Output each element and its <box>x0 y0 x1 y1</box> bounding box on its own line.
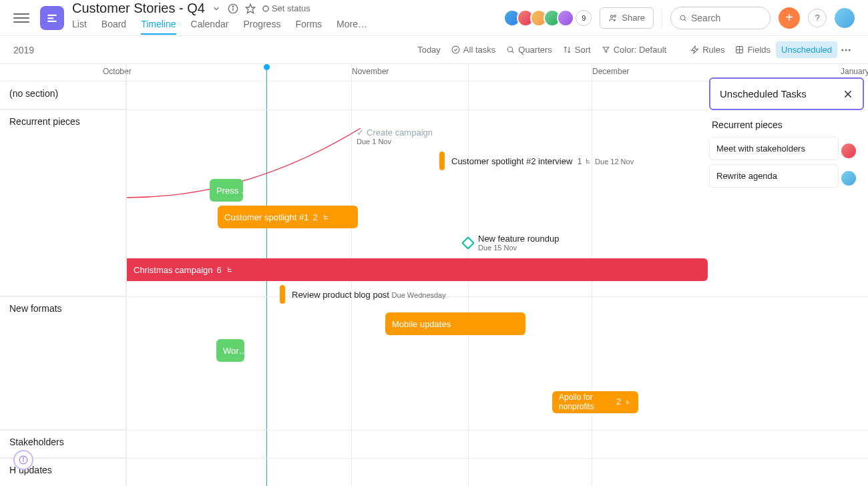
fields-button[interactable]: Fields <box>730 41 776 58</box>
panel-header: Unscheduled Tasks <box>709 77 864 110</box>
svg-point-9 <box>614 15 616 17</box>
subtask-icon <box>584 158 592 166</box>
today-button[interactable]: Today <box>412 41 446 58</box>
project-members[interactable]: 9 <box>507 9 592 27</box>
section-recurrent[interactable]: Recurrent pieces <box>0 109 127 296</box>
svg-point-8 <box>611 15 614 17</box>
more-actions-icon[interactable] <box>837 41 855 59</box>
svg-point-10 <box>680 15 685 20</box>
task-christmas[interactable]: Christmas campaign 6 <box>127 258 708 281</box>
project-title[interactable]: Customer Stories - Q4 <box>72 1 205 16</box>
section-newformats[interactable]: New formats <box>0 296 127 430</box>
today-dot <box>264 64 270 70</box>
svg-point-21 <box>849 49 851 51</box>
color-button[interactable]: Color: Default <box>596 41 672 58</box>
task-roundup[interactable]: New feature roundup Due 15 Nov <box>463 234 559 252</box>
dependency-line <box>127 128 364 202</box>
rules-button[interactable]: Rules <box>685 41 730 58</box>
help-button[interactable]: ? <box>808 9 827 27</box>
grid-icon <box>735 45 744 54</box>
task-review-blog[interactable]: Review product blog post Due Wednesday <box>280 285 446 304</box>
svg-rect-2 <box>47 20 57 21</box>
avatar-overflow-count[interactable]: 9 <box>576 10 592 26</box>
unscheduled-button[interactable]: Unscheduled <box>776 41 837 58</box>
chevron-down-icon[interactable] <box>212 4 221 13</box>
tab-calendar[interactable]: Calendar <box>191 19 229 35</box>
search-input[interactable] <box>691 13 762 23</box>
svg-rect-0 <box>47 14 57 15</box>
search-box[interactable] <box>670 7 771 29</box>
check-circle-icon <box>451 45 460 54</box>
timeline-toolbar: 2019 Today All tasks Quarters Sort Color… <box>0 36 868 64</box>
divider <box>662 9 662 27</box>
svg-rect-1 <box>47 17 53 19</box>
task-wor[interactable]: Wor… <box>216 339 244 362</box>
task-press[interactable]: Press … <box>210 179 243 202</box>
tab-list[interactable]: List <box>72 19 87 35</box>
tab-more[interactable]: More… <box>337 19 367 35</box>
svg-line-11 <box>684 19 686 20</box>
star-icon[interactable] <box>245 3 256 14</box>
search-icon <box>679 13 687 23</box>
lightning-icon <box>690 45 699 54</box>
zoom-button[interactable]: Quarters <box>501 41 558 58</box>
project-tabs: List Board Timeline Calendar Progress Fo… <box>72 19 507 35</box>
svg-line-14 <box>512 51 514 53</box>
year-label: 2019 <box>13 45 34 55</box>
svg-marker-15 <box>692 46 698 53</box>
unscheduled-task[interactable]: Meet with stakeholders <box>709 137 839 160</box>
section-column: (no section) Recurrent pieces New format… <box>0 81 127 486</box>
set-status-button[interactable]: Set status <box>262 3 310 13</box>
unscheduled-panel: Unscheduled Tasks Recurrent pieces Meet … <box>709 77 864 192</box>
sort-icon <box>563 45 572 54</box>
people-icon <box>608 13 618 23</box>
month-label: December <box>592 67 629 76</box>
task-pill <box>280 285 285 304</box>
info-bubble[interactable] <box>13 450 33 470</box>
tab-progress[interactable]: Progress <box>243 19 280 35</box>
task-apollo[interactable]: Apollo for nonprofits 2 <box>552 391 638 413</box>
task-pill <box>439 152 445 170</box>
panel-title: Unscheduled Tasks <box>720 88 807 99</box>
section-none[interactable]: (no section) <box>0 81 127 109</box>
task-spotlight-2[interactable]: Customer spotlight #2 interview 1 Due 12… <box>439 152 634 170</box>
subtask-icon <box>625 398 632 407</box>
top-right-controls: 9 Share + ? <box>507 7 855 29</box>
unscheduled-task[interactable]: Rewrite agenda <box>709 164 839 188</box>
month-label: November <box>352 67 389 76</box>
check-icon: ✓ <box>357 128 364 138</box>
user-avatar[interactable] <box>835 8 855 28</box>
menu-icon[interactable] <box>13 10 29 26</box>
all-tasks-button[interactable]: All tasks <box>446 41 501 58</box>
tab-board[interactable]: Board <box>101 19 126 35</box>
search-icon <box>506 45 515 54</box>
info-icon[interactable] <box>228 3 238 14</box>
avatar[interactable] <box>841 171 856 186</box>
close-icon[interactable] <box>843 89 853 99</box>
svg-point-26 <box>23 458 23 459</box>
month-label: January <box>841 67 868 76</box>
svg-point-7 <box>263 6 268 11</box>
share-label: Share <box>622 13 645 23</box>
share-button[interactable]: Share <box>600 7 654 29</box>
avatar[interactable] <box>841 144 856 158</box>
tab-timeline[interactable]: Timeline <box>141 19 176 35</box>
task-spotlight-1[interactable]: Customer spotlight #1 2 <box>218 206 358 228</box>
subtask-icon <box>322 213 331 222</box>
svg-point-13 <box>507 47 513 52</box>
omnibutton-add[interactable]: + <box>779 7 800 29</box>
subtask-icon <box>226 266 234 274</box>
sort-button[interactable]: Sort <box>558 41 596 58</box>
month-label: October <box>103 67 132 76</box>
filter-icon <box>602 45 610 54</box>
top-bar: Customer Stories - Q4 Set status List Bo… <box>0 0 868 36</box>
tab-forms[interactable]: Forms <box>295 19 322 35</box>
avatar[interactable] <box>557 9 574 27</box>
info-icon <box>19 455 28 465</box>
svg-point-19 <box>841 49 843 51</box>
svg-point-12 <box>452 46 459 53</box>
set-status-label: Set status <box>272 3 310 13</box>
task-mobile-updates[interactable]: Mobile updates <box>385 312 525 335</box>
task-create-campaign[interactable]: ✓Create campaign Due 1 Nov <box>357 128 433 146</box>
project-color-chip[interactable] <box>40 6 64 30</box>
